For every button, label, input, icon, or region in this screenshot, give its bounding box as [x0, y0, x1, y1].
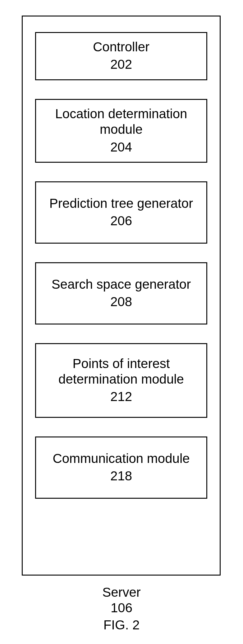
module-title: Location determination module — [41, 106, 202, 138]
module-number: 204 — [110, 139, 132, 156]
module-box-location-determination: Location determination module 204 — [35, 99, 207, 163]
server-outer-box: Controller 202 Location determination mo… — [22, 16, 221, 576]
module-number: 208 — [110, 293, 132, 310]
module-number: 212 — [110, 388, 132, 405]
figure-label: FIG. 2 — [0, 618, 243, 632]
module-number: 202 — [110, 56, 132, 73]
module-title: Communication module — [53, 451, 190, 466]
module-box-search-space-generator: Search space generator 208 — [35, 262, 207, 324]
server-number: 106 — [0, 600, 243, 615]
module-box-prediction-tree-generator: Prediction tree generator 206 — [35, 181, 207, 244]
module-box-controller: Controller 202 — [35, 32, 207, 80]
module-number: 206 — [110, 212, 132, 230]
server-title: Server — [0, 585, 243, 600]
module-box-communication: Communication module 218 — [35, 436, 207, 499]
module-box-points-of-interest: Points of interest determination module … — [35, 343, 207, 418]
module-title: Controller — [93, 39, 149, 55]
module-title: Points of interest determination module — [41, 356, 202, 387]
module-title: Search space generator — [52, 277, 191, 292]
module-title: Prediction tree generator — [49, 196, 193, 211]
module-number: 218 — [110, 468, 132, 485]
